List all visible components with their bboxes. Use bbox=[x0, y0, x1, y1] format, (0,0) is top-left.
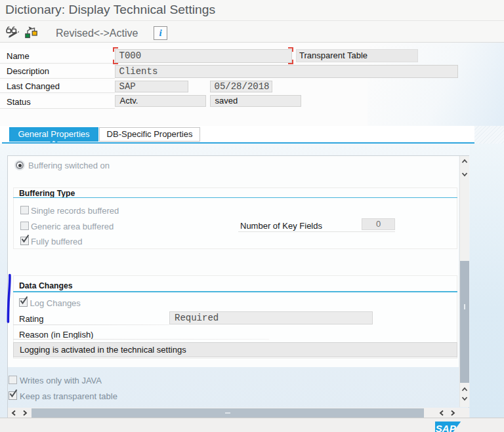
svg-text:SAP: SAP bbox=[436, 423, 457, 432]
